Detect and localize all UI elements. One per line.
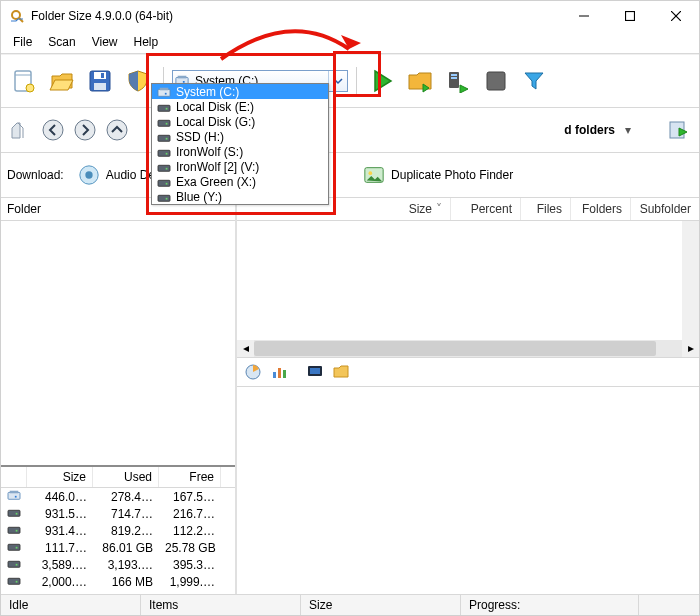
status-bar: Idle Items Size Progress:: [1, 594, 699, 615]
svg-point-0: [12, 11, 20, 19]
svg-rect-57: [158, 150, 170, 156]
network-scan-button[interactable]: [441, 64, 475, 98]
sort-chevron-icon: ˅: [436, 202, 442, 216]
menu-help[interactable]: Help: [126, 33, 167, 51]
drive-dropdown-list[interactable]: System (C:)Local Disk (E:)Local Disk (G:…: [151, 83, 329, 205]
svg-rect-11: [94, 83, 106, 90]
pie-chart-icon[interactable]: [243, 362, 263, 382]
cell-free: 167.5…: [159, 490, 221, 504]
minimize-button[interactable]: [561, 1, 607, 31]
scroll-left-arrow-icon[interactable]: ◂: [237, 340, 254, 357]
dropdown-item[interactable]: Local Disk (G:): [152, 114, 328, 129]
table-row[interactable]: 931.4…819.2…112.2…: [1, 522, 235, 539]
dropdown-item[interactable]: Exa Green (X:): [152, 174, 328, 189]
app-icon: [9, 8, 25, 24]
svg-rect-47: [310, 368, 320, 374]
svg-rect-35: [16, 547, 18, 549]
audio-dedupe-link[interactable]: Audio De: [72, 161, 161, 189]
scroll-right-arrow-icon[interactable]: ▸: [682, 340, 699, 357]
col-size[interactable]: Size: [27, 467, 93, 487]
duplicate-photo-label: Duplicate Photo Finder: [391, 168, 513, 182]
new-scan-button[interactable]: [7, 64, 41, 98]
svg-rect-49: [160, 87, 169, 90]
title-bar: Folder Size 4.9.0.0 (64-bit): [1, 1, 699, 31]
hdd-icon: [1, 574, 27, 589]
svg-rect-28: [10, 491, 19, 494]
svg-point-21: [107, 120, 127, 140]
svg-rect-51: [158, 105, 170, 111]
download-bar: Download: Audio De Duplicate Photo Finde…: [1, 153, 699, 198]
dropdown-item[interactable]: IronWolf [2] (V:): [152, 159, 328, 174]
col-folders[interactable]: Folders: [582, 202, 622, 216]
svg-rect-43: [273, 372, 276, 378]
dropdown-item[interactable]: Blue (Y:): [152, 189, 328, 204]
col-size-right[interactable]: Size: [409, 202, 432, 216]
dropdown-item-label: Local Disk (E:): [176, 100, 254, 114]
table-row[interactable]: 931.5…714.7…216.7…: [1, 505, 235, 522]
file-list-vscrollbar[interactable]: [682, 221, 699, 340]
col-used[interactable]: Used: [93, 467, 159, 487]
svg-rect-33: [16, 530, 18, 532]
main-toolbar: System (C:): [1, 54, 699, 108]
table-row[interactable]: 446.0…278.4…167.5…: [1, 488, 235, 505]
cell-free: 216.7…: [159, 507, 221, 521]
dropdown-item[interactable]: System (C:): [152, 84, 328, 99]
bar-chart-icon[interactable]: [269, 362, 289, 382]
cell-used: 819.2…: [93, 524, 159, 538]
col-files[interactable]: Files: [537, 202, 562, 216]
filter-button[interactable]: [517, 64, 551, 98]
table-row[interactable]: 3,589.…3,193.…395.3…: [1, 556, 235, 573]
cell-size: 111.7…: [27, 541, 93, 555]
svg-rect-36: [8, 561, 20, 567]
menu-file[interactable]: File: [5, 33, 40, 51]
folder-column-header[interactable]: Folder: [7, 202, 41, 216]
menu-view[interactable]: View: [84, 33, 126, 51]
dropdown-item-label: Exa Green (X:): [176, 175, 256, 189]
scan-play-button[interactable]: [365, 64, 399, 98]
menu-scan[interactable]: Scan: [40, 33, 83, 51]
dropdown-item[interactable]: SSD (H:): [152, 129, 328, 144]
dropdown-item-label: System (C:): [176, 85, 239, 99]
status-items: Items: [149, 598, 178, 612]
maximize-button[interactable]: [607, 1, 653, 31]
folder-chart-icon[interactable]: [331, 362, 351, 382]
dropdown-item-label: IronWolf [2] (V:): [176, 160, 259, 174]
col-free[interactable]: Free: [159, 467, 221, 487]
cell-used: 278.4…: [93, 490, 159, 504]
svg-point-7: [26, 84, 34, 92]
scan-folder-button[interactable]: [403, 64, 437, 98]
hdd-icon: [156, 176, 172, 188]
open-button[interactable]: [45, 64, 79, 98]
download-label: Download:: [7, 168, 64, 182]
col-subfolder[interactable]: Subfolder: [640, 202, 691, 216]
save-button[interactable]: [83, 64, 117, 98]
col-percent[interactable]: Percent: [471, 202, 512, 216]
svg-rect-27: [8, 492, 20, 499]
cell-size: 931.4…: [27, 524, 93, 538]
dropdown-item[interactable]: Local Disk (E:): [152, 99, 328, 114]
export-button[interactable]: [665, 116, 693, 144]
dropdown-item-label: IronWolf (S:): [176, 145, 243, 159]
back-button[interactable]: [39, 116, 67, 144]
screen-icon[interactable]: [305, 362, 325, 382]
cell-free: 112.2…: [159, 524, 221, 538]
stop-button[interactable]: [479, 64, 513, 98]
svg-rect-50: [165, 92, 167, 94]
hdd-icon: [156, 116, 172, 128]
table-row[interactable]: 2,000.…166 MB1,999.…: [1, 573, 235, 590]
audio-dedupe-label: Audio De: [106, 168, 155, 182]
dropdown-arrow-icon[interactable]: ▾: [619, 123, 637, 137]
duplicate-photo-link[interactable]: Duplicate Photo Finder: [357, 161, 519, 189]
chevron-down-icon[interactable]: [328, 71, 347, 91]
status-progress: Progress:: [469, 598, 520, 612]
home-button[interactable]: [7, 116, 35, 144]
file-list-hscrollbar[interactable]: ◂ ▸: [237, 340, 699, 357]
svg-rect-63: [158, 195, 170, 201]
forward-button[interactable]: [71, 116, 99, 144]
up-button[interactable]: [103, 116, 131, 144]
table-row[interactable]: 111.7…86.01 GB25.78 GB: [1, 539, 235, 556]
shield-button[interactable]: [121, 64, 155, 98]
close-button[interactable]: [653, 1, 699, 31]
hdd-icon: [156, 146, 172, 158]
dropdown-item[interactable]: IronWolf (S:): [152, 144, 328, 159]
